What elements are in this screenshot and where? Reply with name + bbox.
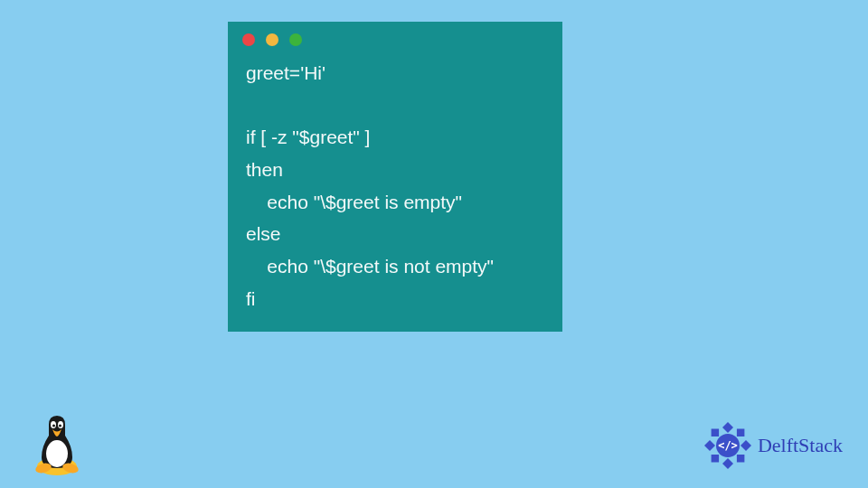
- code-line: greet='Hi': [246, 62, 326, 83]
- code-line: else: [246, 223, 281, 244]
- svg-point-5: [59, 425, 61, 427]
- delftstack-brand-text: DelftStack: [758, 434, 843, 457]
- code-line: fi: [246, 288, 256, 309]
- code-line: then: [246, 159, 283, 180]
- code-window: greet='Hi' if [ -z "$greet" ] then echo …: [228, 22, 562, 332]
- svg-point-4: [52, 425, 55, 427]
- minimize-icon: [266, 33, 278, 46]
- code-block: greet='Hi' if [ -z "$greet" ] then echo …: [228, 53, 562, 319]
- delftstack-logo: </> DelftStack: [702, 419, 843, 472]
- tux-penguin-icon: [29, 412, 85, 477]
- window-traffic-lights: [228, 22, 562, 53]
- code-line: echo "\$greet is empty": [246, 192, 462, 212]
- maximize-icon: [289, 33, 302, 46]
- code-line: echo "\$greet is not empty": [246, 256, 494, 277]
- svg-point-1: [46, 440, 68, 467]
- code-line: if [ -z "$greet" ]: [246, 127, 370, 147]
- svg-text:</>: </>: [718, 439, 738, 452]
- close-icon: [242, 33, 255, 46]
- delftstack-emblem-icon: </>: [702, 419, 754, 472]
